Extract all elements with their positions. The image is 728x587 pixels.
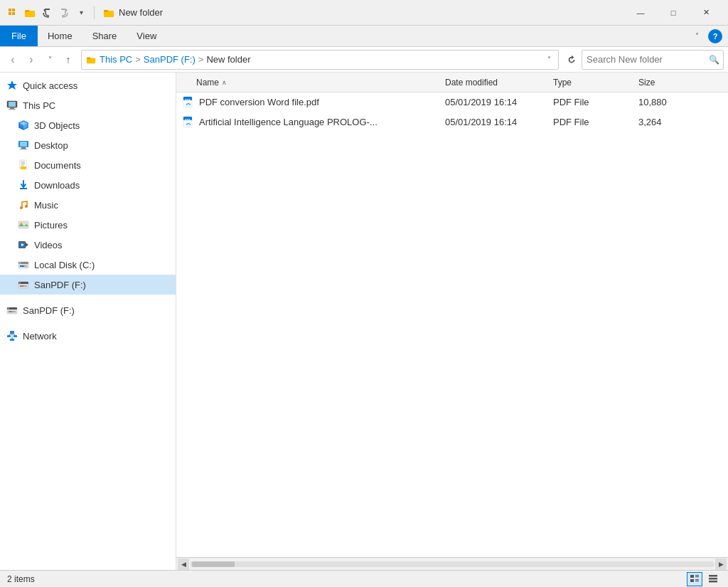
file-type: PDF File — [553, 117, 638, 127]
breadcrumb-new-folder: New folder — [206, 54, 250, 65]
svg-rect-75 — [709, 578, 717, 580]
undo-icon[interactable] — [40, 6, 54, 20]
svg-rect-0 — [9, 9, 11, 11]
horizontal-scrollbar[interactable]: ◀ ▶ — [176, 557, 728, 570]
svg-rect-22 — [20, 149, 27, 149]
svg-point-30 — [20, 206, 23, 209]
file-list: PDF PDF conversion Word file.pdf 05/01/2… — [176, 92, 728, 557]
table-row[interactable]: PDF PDF conversion Word file.pdf 05/01/2… — [176, 92, 728, 112]
scroll-left-button[interactable]: ◀ — [178, 559, 189, 570]
scroll-right-button[interactable]: ▶ — [715, 559, 727, 570]
col-header-type[interactable]: Type — [553, 78, 638, 88]
sidebar-spacer — [0, 295, 176, 300]
scroll-thumb[interactable] — [192, 561, 235, 567]
svg-rect-7 — [104, 10, 108, 12]
menu-bar: File Home Share View ˅ ? — [0, 26, 728, 47]
sidebar-item-sanpdf-f-tree[interactable]: SanPDF (F:) — [0, 275, 176, 295]
home-menu[interactable]: Home — [38, 26, 82, 46]
sanpdf-drive-icon — [6, 304, 18, 317]
breadcrumb-this-pc[interactable]: This PC — [100, 54, 132, 65]
svg-rect-72 — [695, 579, 699, 580]
svg-rect-9 — [87, 57, 90, 59]
refresh-button[interactable] — [563, 50, 580, 70]
svg-rect-21 — [21, 147, 26, 149]
sidebar-item-pictures[interactable]: Pictures — [0, 215, 176, 235]
svg-rect-70 — [695, 576, 699, 577]
svg-point-50 — [8, 308, 9, 310]
svg-rect-14 — [9, 109, 16, 110]
window-controls: — □ ✕ — [624, 0, 722, 26]
sidebar: Quick access This PC — [0, 73, 176, 570]
nav-bar: ‹ › ˅ ↑ This PC > SanPDF (F:) > New fold… — [0, 47, 728, 73]
svg-rect-42 — [20, 265, 24, 267]
sidebar-item-downloads[interactable]: Downloads — [0, 175, 176, 195]
this-pc-icon — [6, 99, 18, 112]
file-date: 05/01/2019 16:14 — [439, 117, 553, 127]
svg-rect-20 — [20, 142, 27, 147]
file-list-header: Name ∧ Date modified Type Size — [176, 73, 728, 92]
sidebar-item-3d-objects[interactable]: 3D Objects — [0, 115, 176, 135]
maximize-button[interactable]: □ — [657, 0, 690, 26]
sidebar-item-sanpdf-f-drives[interactable]: SanPDF (F:) — [0, 300, 176, 320]
table-row[interactable]: PDF Artificial Intelligence Language PRO… — [176, 112, 728, 132]
back-button[interactable]: ‹ — [4, 50, 21, 70]
help-button[interactable]: ? — [708, 29, 722, 43]
file-name: Artificial Intelligence Language PROLOG-… — [199, 117, 378, 127]
close-button[interactable]: ✕ — [690, 0, 722, 26]
file-size: 3,264 — [638, 117, 728, 127]
pdf-file-icon: PDF — [182, 116, 195, 129]
sidebar-item-documents[interactable]: Documents — [0, 155, 176, 175]
breadcrumb-sanpdf[interactable]: SanPDF (F:) — [144, 54, 196, 65]
search-bar[interactable]: 🔍 — [582, 50, 724, 70]
this-pc-label: This PC — [23, 100, 55, 111]
share-menu[interactable]: Share — [82, 26, 127, 46]
breadcrumb: This PC > SanPDF (F:) > New folder — [86, 54, 251, 65]
folder-icon[interactable] — [23, 6, 37, 20]
pin-icon[interactable] — [6, 6, 20, 20]
network-icon — [6, 329, 18, 342]
file-area: Name ∧ Date modified Type Size PDF — [176, 73, 728, 570]
pictures-icon — [17, 218, 30, 231]
col-header-size[interactable]: Size — [638, 78, 728, 88]
redo-icon[interactable] — [57, 6, 71, 20]
svg-marker-35 — [26, 243, 28, 247]
scroll-track[interactable] — [191, 561, 714, 567]
sidebar-spacer2 — [0, 320, 176, 326]
pdf-file-icon: PDF — [182, 96, 195, 109]
sidebar-item-local-disk-c[interactable]: Local Disk (C:) — [0, 255, 176, 275]
sidebar-item-desktop[interactable]: Desktop — [0, 135, 176, 155]
sort-arrow: ∧ — [222, 79, 227, 86]
up-button[interactable]: ↑ — [60, 50, 77, 70]
recent-locations-button[interactable]: ˅ — [41, 50, 58, 70]
status-bar: 2 items — [0, 570, 728, 587]
svg-rect-56 — [10, 339, 14, 341]
list-view-button[interactable] — [705, 572, 721, 586]
col-header-date[interactable]: Date modified — [439, 78, 553, 88]
sidebar-item-quick-access[interactable]: Quick access — [0, 75, 176, 95]
col-header-name[interactable]: Name ∧ — [176, 78, 439, 88]
address-bar[interactable]: This PC > SanPDF (F:) > New folder ˅ — [81, 50, 559, 70]
music-icon — [17, 199, 30, 211]
sidebar-item-this-pc[interactable]: This PC — [0, 95, 176, 115]
forward-button[interactable]: › — [23, 50, 40, 70]
search-input[interactable] — [587, 54, 706, 65]
ribbon-collapse-button[interactable]: ˅ — [690, 29, 704, 43]
sidebar-item-network[interactable]: Network — [0, 326, 176, 346]
customize-icon[interactable]: ▾ — [74, 6, 88, 20]
search-icon: 🔍 — [709, 55, 719, 65]
sidebar-item-videos[interactable]: Videos — [0, 235, 176, 255]
svg-rect-55 — [14, 335, 17, 337]
minimize-button[interactable]: — — [624, 0, 657, 26]
svg-text:PDF: PDF — [185, 97, 191, 101]
address-dropdown[interactable]: ˅ — [545, 55, 554, 63]
svg-rect-1 — [12, 9, 15, 11]
documents-icon — [17, 159, 30, 171]
file-name: PDF conversion Word file.pdf — [199, 97, 319, 107]
file-size: 10,880 — [638, 97, 728, 107]
details-view-button[interactable] — [687, 572, 702, 586]
file-menu[interactable]: File — [0, 26, 38, 46]
svg-rect-13 — [10, 107, 14, 109]
svg-rect-68 — [690, 575, 694, 578]
sidebar-item-music[interactable]: Music — [0, 195, 176, 215]
view-menu[interactable]: View — [127, 26, 166, 46]
